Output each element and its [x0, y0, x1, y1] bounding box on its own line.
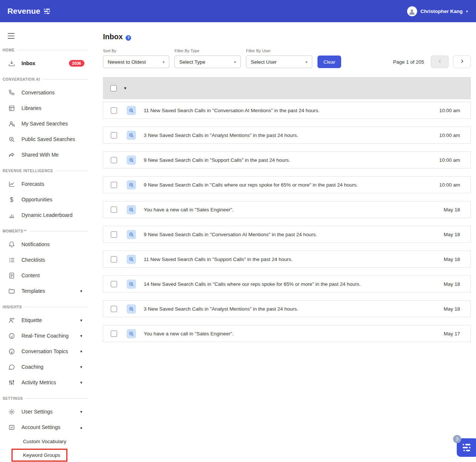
row-checkbox[interactable] [111, 331, 117, 337]
menu-icon [7, 35, 15, 40]
sidebar-item-coaching[interactable]: Coaching▾ [0, 359, 87, 375]
inbox-icon [8, 60, 15, 67]
row-timestamp: 10:00 am [432, 157, 460, 163]
sidebar-item-my-saved-searches[interactable]: My Saved Searches [0, 116, 87, 131]
chevron-down-icon: ▾ [466, 9, 468, 13]
row-checkbox[interactable] [111, 256, 117, 262]
inbox-row[interactable]: 14 New Saved Search Calls in "Calls wher… [103, 275, 471, 292]
user-menu[interactable]: Christopher Kang ▾ [407, 6, 468, 16]
sidebar-item-label: Dynamic Leaderboard [21, 212, 73, 218]
row-timestamp: 10:00 am [432, 182, 460, 188]
section-divider [43, 79, 87, 80]
section-label-text: MOMENTS™ [3, 229, 27, 233]
inbox-row[interactable]: 9 New Saved Search Calls in "Support Cal… [103, 151, 471, 168]
clear-filters-button[interactable]: Clear [317, 56, 341, 68]
sidebar-item-public-saved-searches[interactable]: Public Saved Searches [0, 131, 87, 147]
topics-face-icon [8, 348, 15, 355]
sidebar-item-dynamic-leaderboard[interactable]: Dynamic Leaderboard [0, 207, 87, 223]
sidebar: HOMEInbox2036CONVERSATION AIConversation… [0, 22, 87, 462]
help-icon[interactable]: ? [126, 35, 131, 41]
sidebar-item-activity-metrics[interactable]: Activity Metrics▾ [0, 375, 87, 390]
row-checkbox[interactable] [111, 157, 117, 163]
sidebar-section-revenue-intelligence: REVENUE INTELLIGENCE [0, 163, 87, 176]
select-all-dropdown-icon[interactable]: ▾ [124, 86, 126, 91]
row-message: 11 New Saved Search Calls in "Conversati… [144, 108, 320, 113]
row-checkbox[interactable] [111, 182, 117, 188]
row-checkbox[interactable] [111, 231, 117, 238]
chevron-down-icon: ▾ [306, 60, 307, 64]
inbox-row[interactable]: You have a new call in "Sales Engineer".… [103, 201, 471, 218]
chat-logo-icon [462, 443, 473, 452]
next-page-button[interactable] [453, 56, 471, 68]
select-all-checkbox[interactable] [110, 85, 117, 91]
app-header: Revenue Christopher Kang ▾ [0, 0, 476, 22]
sidebar-item-label: Notifications [21, 241, 50, 247]
sidebar-item-user-settings[interactable]: User Settings▾ [0, 404, 87, 419]
list-header: ▾ [103, 77, 471, 99]
row-message: 14 New Saved Search Calls in "Calls wher… [144, 281, 361, 287]
sidebar-item-inbox[interactable]: Inbox2036 [0, 56, 87, 71]
document-icon [8, 272, 15, 279]
sidebar-item-label: Etiquette [21, 317, 42, 323]
search-plus-icon [8, 136, 15, 143]
section-divider [17, 50, 87, 50]
saved-search-icon [127, 279, 136, 289]
sidebar-item-notifications[interactable]: Notifications [0, 237, 87, 252]
chevron-right-icon [459, 58, 465, 66]
row-checkbox[interactable] [111, 132, 117, 138]
filter-type-value: Select Type [179, 59, 205, 65]
checklist-icon [8, 257, 15, 264]
sidebar-item-label: User Settings [21, 409, 53, 415]
row-checkbox[interactable] [111, 207, 117, 213]
saved-search-icon [127, 131, 136, 140]
inbox-row[interactable]: 3 New Saved Search Calls in "Analyst Men… [103, 300, 471, 317]
phone-icon [8, 89, 15, 96]
sidebar-item-label: My Saved Searches [21, 121, 68, 127]
sidebar-item-content[interactable]: Content [0, 268, 87, 283]
sort-by-select[interactable]: Newest to Oldest ▾ [103, 56, 169, 68]
row-message: 3 New Saved Search Calls in "Analyst Men… [144, 306, 298, 312]
chat-unread-badge: 3 [453, 435, 461, 443]
sidebar-item-label: Checklists [21, 257, 45, 263]
sidebar-section-conversation-ai: CONVERSATION AI [0, 71, 87, 85]
sidebar-item-etiquette[interactable]: Etiquette▾ [0, 312, 87, 328]
sidebar-item-conversation-topics[interactable]: Conversation Topics▾ [0, 344, 87, 359]
sidebar-item-libraries[interactable]: Libraries [0, 100, 87, 116]
speech-bubble-icon [8, 364, 15, 371]
section-divider [56, 171, 87, 171]
sort-by-value: Newest to Oldest [108, 59, 146, 65]
sidebar-item-account-settings[interactable]: Account Settings▴ [0, 419, 87, 435]
inbox-row[interactable]: You have a new call in "Sales Engineer".… [103, 325, 471, 342]
sidebar-nav: HOMEInbox2036CONVERSATION AIConversation… [0, 42, 87, 462]
filter-type-select[interactable]: Select Type ▾ [174, 56, 241, 68]
sidebar-section-insights: INSIGHTS [0, 299, 87, 312]
sidebar-item-label: Content [21, 272, 40, 278]
sidebar-subitem-custom-vocabulary[interactable]: Custom Vocabulary [0, 435, 87, 448]
inbox-row[interactable]: 3 New Saved Search Calls in "Analyst Men… [103, 127, 471, 144]
sidebar-toggle-button[interactable] [7, 33, 15, 40]
inbox-row[interactable]: 9 New Saved Search Calls in "Conversatio… [103, 226, 471, 243]
sidebar-item-opportunities[interactable]: Opportunities [0, 192, 87, 207]
sidebar-item-real-time-coaching[interactable]: Real-Time Coaching▾ [0, 328, 87, 344]
prev-page-button[interactable] [431, 56, 449, 68]
sidebar-item-shared-with-me[interactable]: Shared With Me [0, 147, 87, 163]
chevron-down-icon: ▾ [80, 365, 82, 369]
sidebar-item-conversations[interactable]: Conversations [0, 85, 87, 100]
sidebar-item-label: Activity Metrics [21, 379, 56, 385]
row-checkbox[interactable] [111, 306, 117, 312]
sidebar-subitem-label: Keyword Groups [23, 452, 60, 458]
inbox-row[interactable]: 9 New Saved Search Calls in "Calls where… [103, 176, 471, 193]
inbox-row[interactable]: 11 New Saved Search Calls in "Support Ca… [103, 251, 471, 268]
sidebar-item-label: Coaching [21, 364, 43, 370]
sidebar-item-templates[interactable]: Templates▾ [0, 283, 87, 299]
filter-user-select[interactable]: Select User ▾ [246, 56, 312, 68]
sidebar-item-forecasts[interactable]: Forecasts [0, 176, 87, 192]
row-checkbox[interactable] [111, 281, 117, 287]
row-checkbox[interactable] [111, 107, 117, 114]
inbox-row[interactable]: 11 New Saved Search Calls in "Conversati… [103, 102, 471, 119]
brand-logo[interactable]: Revenue [7, 7, 52, 16]
chat-widget-button[interactable]: 3 [457, 438, 476, 457]
sidebar-item-checklists[interactable]: Checklists [0, 252, 87, 268]
share-icon [8, 151, 15, 158]
sidebar-subitem-keyword-groups[interactable]: Keyword Groups [11, 449, 67, 462]
